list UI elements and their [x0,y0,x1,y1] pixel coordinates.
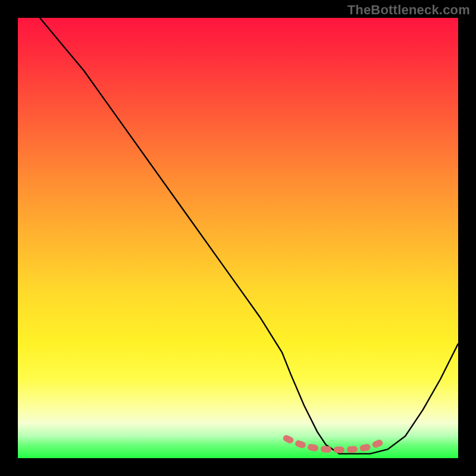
chart-frame: TheBottleneck.com [0,0,476,476]
curve-svg [18,18,458,458]
watermark-text: TheBottleneck.com [347,2,470,18]
bottleneck-curve [40,18,458,454]
highlight-band [286,439,383,450]
plot-area [18,18,458,458]
